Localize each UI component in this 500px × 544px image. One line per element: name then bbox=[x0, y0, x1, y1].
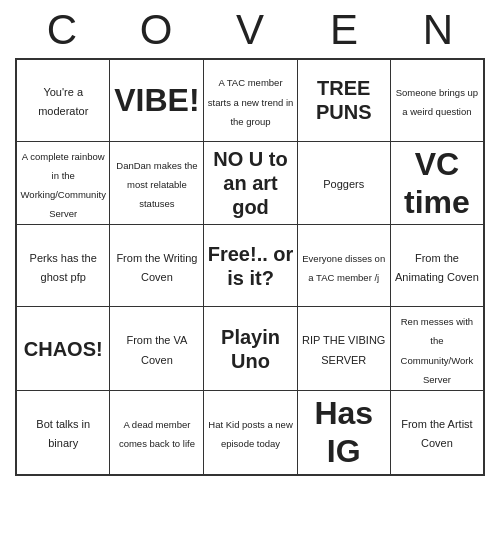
cell-text-r4-c3: Has IG bbox=[314, 395, 373, 469]
cell-text-r3-c0: CHAOS! bbox=[24, 338, 103, 360]
cell-text-r0-c3: TREE PUNS bbox=[316, 77, 372, 123]
header-letter-e: E bbox=[304, 6, 384, 54]
cell-text-r1-c1: DanDan makes the most relatable statuses bbox=[116, 160, 197, 209]
cell-text-r3-c1: From the VA Coven bbox=[126, 334, 187, 365]
cell-text-r3-c4: Ren messes with the Community/Work Serve… bbox=[401, 316, 474, 385]
cell-text-r2-c2: Free!.. or is it? bbox=[208, 243, 294, 289]
cell-r4-c2[interactable]: Hat Kid posts a new episode today bbox=[204, 391, 297, 475]
bingo-header: C O V E N bbox=[0, 0, 500, 58]
header-letter-n: N bbox=[398, 6, 478, 54]
cell-text-r0-c2: A TAC member starts a new trend in the g… bbox=[208, 77, 294, 126]
cell-r3-c3[interactable]: RIP THE VIBING SERVER bbox=[297, 307, 390, 391]
cell-r0-c4[interactable]: Someone brings up a weird question bbox=[390, 59, 484, 141]
cell-r4-c1[interactable]: A dead member comes back to life bbox=[110, 391, 204, 475]
cell-r1-c2[interactable]: NO U to an art god bbox=[204, 141, 297, 225]
cell-r1-c3[interactable]: Poggers bbox=[297, 141, 390, 225]
cell-text-r0-c4: Someone brings up a weird question bbox=[396, 87, 478, 117]
cell-text-r4-c0: Bot talks in binary bbox=[36, 418, 90, 449]
cell-r2-c2[interactable]: Free!.. or is it? bbox=[204, 225, 297, 307]
cell-r4-c3[interactable]: Has IG bbox=[297, 391, 390, 475]
bingo-grid: You're a moderatorVIBE!A TAC member star… bbox=[15, 58, 485, 476]
header-letter-c: C bbox=[22, 6, 102, 54]
cell-r0-c3[interactable]: TREE PUNS bbox=[297, 59, 390, 141]
cell-r0-c2[interactable]: A TAC member starts a new trend in the g… bbox=[204, 59, 297, 141]
cell-text-r4-c2: Hat Kid posts a new episode today bbox=[208, 419, 293, 449]
cell-text-r1-c0: A complete rainbow in the Working/Commun… bbox=[21, 151, 106, 220]
cell-text-r1-c4: VC time bbox=[404, 146, 470, 220]
cell-r2-c1[interactable]: From the Writing Coven bbox=[110, 225, 204, 307]
cell-text-r2-c0: Perks has the ghost pfp bbox=[30, 252, 97, 283]
cell-text-r3-c3: RIP THE VIBING SERVER bbox=[302, 334, 385, 365]
cell-text-r1-c2: NO U to an art god bbox=[213, 148, 287, 218]
header-letters: C O V E N bbox=[15, 6, 485, 54]
cell-r3-c0[interactable]: CHAOS! bbox=[16, 307, 110, 391]
cell-r1-c0[interactable]: A complete rainbow in the Working/Commun… bbox=[16, 141, 110, 225]
header-letter-o: O bbox=[116, 6, 196, 54]
cell-text-r2-c3: Everyone disses on a TAC member /j bbox=[302, 253, 385, 283]
cell-text-r0-c1: VIBE! bbox=[114, 82, 199, 118]
cell-text-r2-c1: From the Writing Coven bbox=[116, 252, 197, 283]
cell-r1-c1[interactable]: DanDan makes the most relatable statuses bbox=[110, 141, 204, 225]
cell-r3-c1[interactable]: From the VA Coven bbox=[110, 307, 204, 391]
cell-text-r2-c4: From the Animating Coven bbox=[395, 252, 479, 283]
cell-text-r3-c2: Playin Uno bbox=[221, 326, 280, 372]
cell-text-r1-c3: Poggers bbox=[323, 178, 364, 190]
cell-r2-c0[interactable]: Perks has the ghost pfp bbox=[16, 225, 110, 307]
cell-text-r0-c0: You're a moderator bbox=[38, 86, 88, 117]
cell-text-r4-c1: A dead member comes back to life bbox=[119, 419, 195, 449]
cell-r3-c2[interactable]: Playin Uno bbox=[204, 307, 297, 391]
header-letter-v: V bbox=[210, 6, 290, 54]
cell-r1-c4[interactable]: VC time bbox=[390, 141, 484, 225]
cell-r4-c0[interactable]: Bot talks in binary bbox=[16, 391, 110, 475]
cell-r2-c4[interactable]: From the Animating Coven bbox=[390, 225, 484, 307]
cell-r3-c4[interactable]: Ren messes with the Community/Work Serve… bbox=[390, 307, 484, 391]
cell-text-r4-c4: From the Artist Coven bbox=[401, 418, 473, 449]
cell-r0-c0[interactable]: You're a moderator bbox=[16, 59, 110, 141]
cell-r4-c4[interactable]: From the Artist Coven bbox=[390, 391, 484, 475]
cell-r0-c1[interactable]: VIBE! bbox=[110, 59, 204, 141]
cell-r2-c3[interactable]: Everyone disses on a TAC member /j bbox=[297, 225, 390, 307]
